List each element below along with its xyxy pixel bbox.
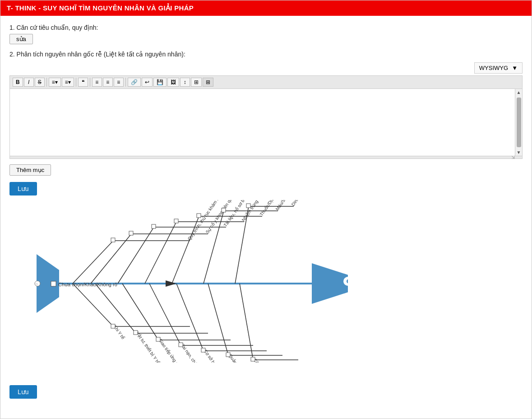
resize-button[interactable]: ↕ — [180, 78, 190, 87]
checkbox-bot-6[interactable] — [226, 353, 230, 357]
svg-line-7 — [118, 227, 154, 284]
fishbone-diagram: Quy trình, thủ tục khám chữa bệnh Sự cố … — [9, 200, 523, 367]
luu1-wrapper: Lưu — [9, 176, 523, 196]
fishbone-svg: Quy trình, thủ tục khám chữa bệnh Sự cố … — [23, 200, 348, 363]
main-content: 1. Căn cứ tiêu chuẩn, quy định: sửa 2. P… — [0, 16, 532, 376]
chevron-down-icon: ▼ — [512, 65, 518, 71]
toolbar-sep1 — [46, 78, 47, 87]
svg-line-25 — [176, 284, 204, 351]
page-header: T- THINK - SUY NGHĨ TÌM NGUYÊN NHÂN VÀ G… — [0, 0, 532, 16]
strikethrough-button[interactable]: S — [35, 78, 45, 87]
bottom-bone-label-2: Vật tư, thiết bị Y tế — [135, 331, 161, 363]
center-checkbox[interactable] — [51, 281, 56, 286]
table-button1[interactable]: ⊞ — [191, 78, 202, 87]
editor-resize-bar: ⇲ — [10, 156, 522, 158]
checkbox-top-2[interactable] — [129, 231, 133, 235]
bottom-section: Lưu — [0, 376, 532, 408]
svg-line-27 — [208, 284, 228, 355]
header-title: T- THINK - SUY NGHĨ TÌM NGUYÊN NHÂN VÀ G… — [7, 4, 194, 12]
section1-label: 1. Căn cứ tiêu chuẩn, quy định: — [9, 24, 523, 31]
svg-text:Dinh dưỡng: Dinh dưỡng — [291, 200, 308, 207]
checkbox-top-4[interactable] — [174, 219, 178, 223]
checkbox-bot-2[interactable] — [134, 331, 138, 335]
editor-toolbar: B I S ≡▾ ≡▾ ❝ ≡ ≡ ≡ 🔗 ↩ 💾 🖼 ↕ ⊞ ⊞ — [10, 76, 522, 89]
editor-scrollbar[interactable]: ▲ ▼ — [515, 89, 522, 156]
align-center-button[interactable]: ≡ — [103, 78, 113, 87]
svg-line-9 — [145, 222, 176, 284]
toolbar-sep3 — [90, 78, 90, 87]
page-wrapper: T- THINK - SUY NGHĨ TÌM NGUYÊN NHÂN VÀ G… — [0, 0, 532, 419]
unordered-list-button[interactable]: ≡▾ — [49, 78, 61, 87]
checkbox-bot-7[interactable] — [251, 357, 255, 361]
toolbar-sep4 — [125, 78, 126, 87]
checkbox-bot-1[interactable] — [111, 324, 115, 328]
checkbox-top-7[interactable] — [246, 204, 250, 208]
them-muc-wrapper: Thêm mục — [9, 159, 523, 176]
checkbox-bot-5[interactable] — [201, 348, 205, 352]
sua-button[interactable]: sửa — [9, 34, 33, 44]
svg-text:Vật tư, thiết bị Y tế: Vật tư, thiết bị Y tế — [135, 331, 161, 363]
wysiwyg-label: WYSIWYG — [479, 65, 508, 71]
undo-button[interactable]: ↩ — [142, 78, 153, 87]
italic-button[interactable]: I — [24, 78, 34, 87]
center-label: Chưa chọn/Khác/Không rõ — [58, 282, 117, 288]
luu1-button[interactable]: Lưu — [9, 182, 37, 196]
svg-text:Máu/Sản phẩm máu: Máu/Sản phẩm máu — [275, 200, 302, 211]
save-button[interactable]: 💾 — [153, 78, 167, 87]
scroll-thumb[interactable] — [517, 98, 521, 147]
svg-line-21 — [122, 284, 158, 340]
scroll-up-icon[interactable]: ▲ — [516, 89, 522, 96]
checkbox-bot-3[interactable] — [156, 337, 160, 341]
align-right-button[interactable]: ≡ — [114, 78, 124, 87]
top-bone-label-6: Máu/Sản phẩm máu — [275, 200, 302, 211]
editor-text-area[interactable] — [10, 89, 522, 156]
scroll-down-icon[interactable]: ▼ — [516, 149, 522, 156]
spine-left-text: ○ — [36, 282, 38, 286]
svg-line-23 — [149, 284, 181, 345]
editor-container: B I S ≡▾ ≡▾ ❝ ≡ ≡ ≡ 🔗 ↩ 💾 🖼 ↕ ⊞ ⊞ — [9, 75, 523, 159]
svg-line-29 — [240, 284, 253, 360]
top-bone-label-7: Dinh dưỡng — [291, 200, 308, 207]
toolbar-sep2 — [76, 78, 76, 87]
blockquote-button[interactable]: ❝ — [78, 78, 88, 87]
link-button[interactable]: 🔗 — [128, 78, 141, 87]
checkbox-top-6[interactable] — [222, 208, 226, 212]
bold-button[interactable]: B — [13, 78, 23, 87]
align-left-button[interactable]: ≡ — [92, 78, 102, 87]
ordered-list-button[interactable]: ≡▾ — [62, 78, 74, 87]
wysiwyg-dropdown[interactable]: WYSIWYG ▼ — [474, 62, 523, 74]
checkbox-top-1[interactable] — [111, 238, 115, 242]
image-button[interactable]: 🖼 — [167, 78, 179, 87]
section2-label: 2. Phân tích nguyên nhân gốc rễ (Liệt kê… — [9, 51, 523, 58]
checkbox-top-5[interactable] — [197, 214, 201, 218]
wysiwyg-row: WYSIWYG ▼ — [9, 62, 523, 74]
table-button2[interactable]: ⊞ — [203, 78, 213, 87]
svg-line-3 — [73, 241, 113, 284]
luu2-button[interactable]: Lưu — [9, 385, 37, 399]
fish-head — [312, 263, 348, 304]
checkbox-bot-4[interactable] — [179, 343, 183, 347]
checkbox-top-3[interactable] — [152, 224, 156, 228]
center-arrow — [166, 280, 176, 287]
them-muc-button[interactable]: Thêm mục — [9, 164, 51, 176]
editor-body-wrapper: ▲ ▼ — [10, 89, 522, 156]
svg-line-17 — [73, 284, 113, 326]
